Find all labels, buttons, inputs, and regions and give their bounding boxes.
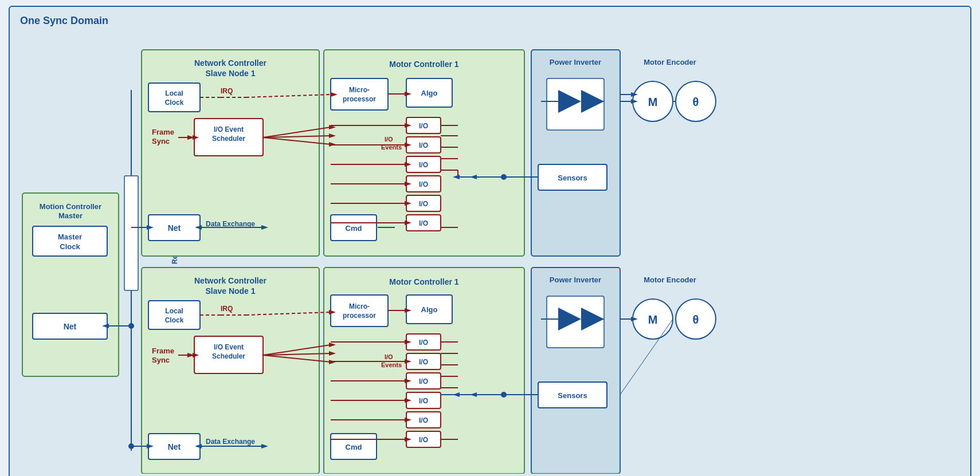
svg-text:θ: θ — [693, 313, 699, 326]
svg-text:I/O: I/O — [385, 353, 393, 360]
svg-text:Master: Master — [58, 233, 82, 241]
svg-point-217 — [128, 443, 134, 449]
svg-rect-66 — [148, 301, 200, 329]
svg-text:I/O: I/O — [419, 200, 428, 208]
svg-text:Slave Node 1: Slave Node 1 — [205, 69, 255, 78]
diagram-outer: One Sync Domain Motion Controller Master… — [9, 6, 971, 476]
svg-text:Micro-: Micro- — [349, 302, 370, 310]
svg-rect-0 — [22, 193, 119, 376]
svg-rect-14 — [148, 83, 200, 112]
svg-text:Data Exchange: Data Exchange — [206, 220, 255, 228]
svg-text:I/O: I/O — [419, 122, 428, 130]
svg-text:Events: Events — [381, 361, 402, 368]
svg-text:Master: Master — [58, 211, 83, 220]
svg-text:I/O Event: I/O Event — [214, 125, 244, 133]
svg-text:Network Controller: Network Controller — [194, 276, 267, 285]
svg-text:Motor Encoder: Motor Encoder — [644, 276, 696, 284]
svg-rect-80 — [331, 295, 388, 326]
svg-text:Algo: Algo — [421, 305, 438, 314]
svg-text:I/O: I/O — [419, 141, 428, 150]
svg-text:Net: Net — [64, 322, 77, 331]
svg-text:Clock: Clock — [165, 316, 184, 324]
svg-text:Data Exchange: Data Exchange — [206, 438, 255, 446]
svg-text:I/O: I/O — [419, 436, 428, 444]
svg-text:I/O: I/O — [419, 416, 428, 424]
svg-text:IRQ: IRQ — [221, 87, 233, 95]
svg-text:Sync: Sync — [152, 137, 170, 145]
svg-text:I/O: I/O — [419, 219, 428, 227]
svg-rect-9 — [124, 176, 138, 290]
svg-text:M: M — [648, 96, 658, 108]
main-diagram-svg: Motion Controller Master Master Clock Ne… — [17, 33, 962, 474]
svg-text:Local: Local — [165, 89, 183, 97]
svg-text:Net: Net — [168, 442, 181, 451]
svg-text:I/O: I/O — [419, 358, 428, 366]
svg-text:Algo: Algo — [421, 89, 438, 97]
svg-text:I/O: I/O — [419, 339, 428, 347]
svg-text:processor: processor — [343, 95, 376, 103]
svg-text:Slave Node 1: Slave Node 1 — [205, 286, 255, 296]
svg-text:M: M — [648, 313, 658, 326]
svg-text:I/O: I/O — [419, 397, 428, 405]
svg-text:I/O Event: I/O Event — [214, 343, 244, 351]
svg-text:Local: Local — [165, 307, 183, 315]
svg-text:I/O: I/O — [385, 136, 393, 143]
svg-text:Motor Controller 1: Motor Controller 1 — [389, 277, 459, 286]
svg-text:Micro-: Micro- — [349, 86, 370, 94]
svg-text:θ: θ — [693, 96, 699, 108]
svg-text:Power Inverter: Power Inverter — [550, 58, 601, 66]
svg-text:Motor Encoder: Motor Encoder — [644, 58, 696, 66]
svg-text:I/O: I/O — [419, 377, 428, 385]
svg-text:processor: processor — [343, 312, 376, 320]
svg-text:I/O: I/O — [419, 180, 428, 188]
svg-text:Frame: Frame — [152, 128, 174, 136]
svg-text:Cmd: Cmd — [346, 224, 362, 233]
svg-text:Scheduler: Scheduler — [212, 135, 245, 143]
svg-text:Net: Net — [168, 223, 181, 233]
svg-text:Motion Controller: Motion Controller — [40, 202, 101, 211]
svg-text:Cmd: Cmd — [346, 443, 362, 451]
svg-point-148 — [128, 323, 134, 329]
svg-text:Scheduler: Scheduler — [212, 352, 245, 360]
svg-text:Clock: Clock — [165, 99, 184, 107]
svg-text:Network Controller: Network Controller — [194, 58, 267, 68]
svg-text:Frame: Frame — [152, 347, 174, 355]
svg-text:Motor Controller 1: Motor Controller 1 — [389, 60, 459, 69]
outer-label: One Sync Domain — [17, 14, 963, 28]
svg-rect-28 — [331, 78, 388, 110]
svg-text:Sensors: Sensors — [558, 391, 587, 400]
svg-text:I/O: I/O — [419, 161, 428, 169]
svg-text:Clock: Clock — [60, 242, 80, 251]
svg-text:Sensors: Sensors — [558, 174, 587, 182]
svg-rect-3 — [33, 226, 107, 256]
svg-text:IRQ: IRQ — [221, 305, 233, 313]
svg-text:Power Inverter: Power Inverter — [550, 276, 601, 284]
svg-text:Sync: Sync — [152, 356, 170, 364]
